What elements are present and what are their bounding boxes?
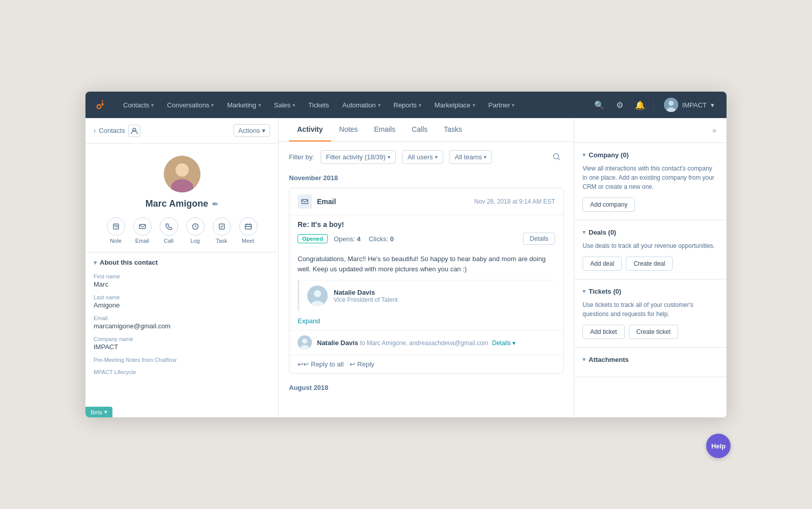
email-card: Email Nov 28, 2018 at 9:14 AM EST Re: It… xyxy=(289,188,564,374)
activity-filter-dropdown[interactable]: Filter activity (18/39) ▾ xyxy=(321,150,396,164)
add-ticket-button[interactable]: Add ticket xyxy=(583,325,625,339)
deals-section-header[interactable]: ▾ Deals (0) xyxy=(583,229,718,236)
search-button[interactable]: 🔍 xyxy=(592,98,606,112)
chevron-down-icon: ▾ xyxy=(378,102,381,108)
sender-title: Vice President of Talent xyxy=(334,296,398,303)
reply-all-button[interactable]: ↩↩ Reply to all xyxy=(298,360,343,368)
nav-reports[interactable]: Reports ▾ xyxy=(388,98,428,112)
company-section-title: Company (0) xyxy=(589,151,629,159)
users-filter-dropdown[interactable]: All users ▾ xyxy=(402,150,443,164)
svg-point-1 xyxy=(669,101,674,106)
company-value: IMPACT xyxy=(94,343,118,351)
settings-button[interactable]: ⚙ xyxy=(613,98,627,112)
beta-badge[interactable]: Beta ▾ xyxy=(85,407,112,417)
about-section-toggle[interactable]: ▾ About this contact xyxy=(94,259,270,266)
phone-icon xyxy=(160,217,178,236)
chevron-down-icon: ▾ xyxy=(512,340,515,347)
action-note[interactable]: Note xyxy=(107,217,125,244)
tab-emails[interactable]: Emails xyxy=(366,118,403,142)
contact-name: Marc Amigone ✏ xyxy=(146,199,218,209)
nav-partner[interactable]: Partner ▾ xyxy=(482,98,521,112)
chevron-left-icon: ‹ xyxy=(94,127,96,134)
action-meet[interactable]: Meet xyxy=(239,217,257,244)
email-type-icon xyxy=(298,194,312,209)
note-icon xyxy=(107,217,125,236)
create-deal-button[interactable]: Create deal xyxy=(626,257,673,271)
nav-marketing[interactable]: Marketing ▾ xyxy=(221,98,267,112)
activity-search-button[interactable] xyxy=(549,150,564,164)
about-title: About this contact xyxy=(100,259,158,266)
back-to-contacts[interactable]: ‹ Contacts xyxy=(94,125,140,137)
nav-tickets[interactable]: Tickets xyxy=(302,98,335,112)
meet-icon xyxy=(239,217,257,236)
nav-divider xyxy=(653,99,654,111)
contact-person-icon[interactable] xyxy=(128,125,140,137)
action-call[interactable]: Call xyxy=(160,217,178,244)
user-label: IMPACT xyxy=(682,101,707,109)
attachments-section: ▾ Attachments xyxy=(574,348,727,377)
email-subject-row: Re: It's a boy! xyxy=(289,215,563,233)
field-last-name: Last name Amigone ⊞ xyxy=(94,294,270,309)
reply-details-link[interactable]: Details ▾ xyxy=(492,340,515,347)
teams-filter-dropdown[interactable]: All teams ▾ xyxy=(449,150,492,164)
tab-tasks[interactable]: Tasks xyxy=(436,118,470,142)
nav-sales[interactable]: Sales ▾ xyxy=(268,98,302,112)
tickets-section: ▾ Tickets (0) Use tickets to track all o… xyxy=(574,279,727,348)
action-email[interactable]: Email xyxy=(133,217,152,244)
create-ticket-button[interactable]: Create ticket xyxy=(629,325,678,339)
chevron-down-icon: ▾ xyxy=(262,127,266,134)
actions-button[interactable]: Actions ▾ xyxy=(234,124,270,137)
top-navigation: Contacts ▾ Conversations ▾ Marketing ▾ S… xyxy=(85,92,727,118)
month-august: August 2018 xyxy=(289,384,564,391)
tab-activity[interactable]: Activity xyxy=(289,118,331,142)
email-details-button[interactable]: Details xyxy=(523,233,555,245)
task-icon xyxy=(213,217,231,236)
company-section-header[interactable]: ▾ Company (0) xyxy=(583,151,718,159)
add-company-button[interactable]: Add company xyxy=(583,197,635,212)
reply-sender-avatar xyxy=(298,335,312,350)
expand-link[interactable]: Expand xyxy=(289,317,328,330)
email-icon xyxy=(133,217,152,236)
quick-actions: Note Email xyxy=(107,217,257,244)
nav-automation[interactable]: Automation ▾ xyxy=(336,98,387,112)
main-layout: ‹ Contacts Actions ▾ xyxy=(85,118,727,417)
field-email: Email marcamigone@gmail.com ⊞ xyxy=(94,315,270,330)
nav-marketplace[interactable]: Marketplace ▾ xyxy=(428,98,481,112)
actions-label: Actions xyxy=(238,127,260,134)
chevron-down-icon: ▾ xyxy=(583,229,586,236)
help-button[interactable]: Help xyxy=(706,434,731,458)
action-task[interactable]: Task xyxy=(213,217,231,244)
company-section: ▾ Company (0) View all interactions with… xyxy=(574,143,727,220)
about-contact-section: ▾ About this contact First name Marc ⊞ L… xyxy=(85,252,278,387)
nav-contacts[interactable]: Contacts ▾ xyxy=(117,98,160,112)
chevron-down-icon: ▾ xyxy=(211,102,214,108)
tab-calls[interactable]: Calls xyxy=(403,118,436,142)
collapse-panel-button[interactable]: » xyxy=(710,124,718,136)
hubspot-logo[interactable] xyxy=(94,98,108,112)
filter-by-label: Filter by: xyxy=(289,153,314,161)
nav-conversations[interactable]: Conversations ▾ xyxy=(161,98,220,112)
user-menu[interactable]: IMPACT ▾ xyxy=(660,96,718,114)
svg-rect-9 xyxy=(139,224,146,229)
email-status-badge: Opened xyxy=(298,234,328,243)
activity-center-panel: Activity Notes Emails Calls Tasks Filter… xyxy=(279,118,574,417)
reply-button[interactable]: ↩ Reply xyxy=(350,360,374,368)
tickets-section-header[interactable]: ▾ Tickets (0) xyxy=(583,288,718,295)
month-november: November 2018 xyxy=(289,174,564,182)
chevron-down-icon: ▾ xyxy=(293,102,295,108)
email-card-header: Email Nov 28, 2018 at 9:14 AM EST xyxy=(289,188,563,215)
notifications-button[interactable]: 🔔 xyxy=(633,98,647,112)
chevron-down-icon: ▾ xyxy=(512,102,514,108)
tabs-bar: Activity Notes Emails Calls Tasks xyxy=(279,118,574,142)
email-stats-row: Opened Opens: 4 Clicks: 0 Details xyxy=(289,233,563,249)
tab-notes[interactable]: Notes xyxy=(331,118,366,142)
email-type-label: Email xyxy=(317,197,469,206)
edit-contact-icon[interactable]: ✏ xyxy=(212,200,218,208)
sender-avatar xyxy=(307,286,328,306)
reply-sender-name: Natalie Davis xyxy=(317,339,358,347)
attachments-section-header[interactable]: ▾ Attachments xyxy=(583,356,718,363)
action-log[interactable]: Log xyxy=(186,217,205,244)
add-deal-button[interactable]: Add deal xyxy=(583,257,622,271)
log-icon xyxy=(186,217,205,236)
deals-buttons: Add deal Create deal xyxy=(583,257,718,271)
